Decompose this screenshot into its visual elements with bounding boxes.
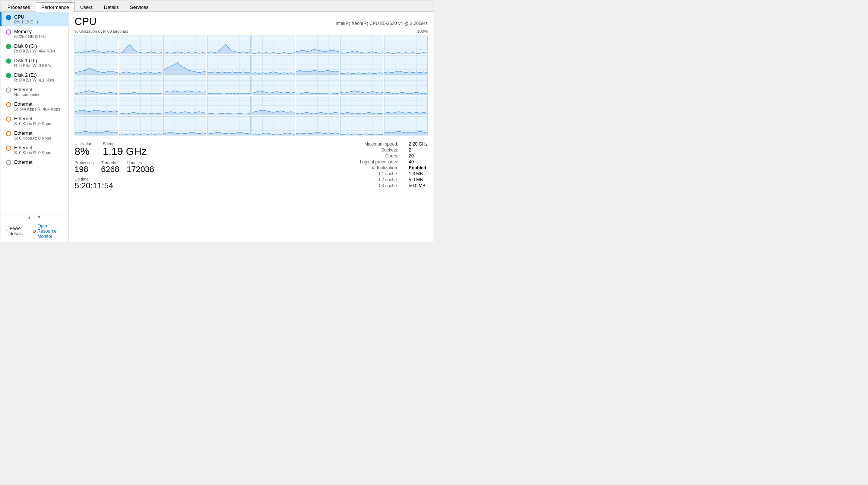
- threads-stat: Threads 6268: [101, 160, 119, 174]
- ethernet1-icon: [6, 102, 11, 107]
- cpu-chart-8: [75, 55, 118, 74]
- process-thread-handle-row: Processes 198 Threads 6268 Handles 17203…: [75, 160, 194, 174]
- tab-details[interactable]: Details: [98, 2, 124, 12]
- fewer-details-button[interactable]: ⌃ Fewer details: [5, 226, 23, 236]
- cpu-chart-14: [340, 55, 384, 74]
- sidebar-ethernet2-name: Ethernet: [14, 116, 51, 121]
- cpu-chart-31: [384, 96, 428, 115]
- cpu-chart-1: [119, 35, 162, 54]
- bottom-stats: Utilization 8% Speed 1.19 GHz Processes …: [75, 141, 428, 190]
- sidebar-ethernet0-sub: Not connected: [14, 92, 41, 97]
- cpu-chart-38: [340, 116, 384, 135]
- sidebar-memory-sub: 55/256 GB (21%): [14, 34, 46, 39]
- cpu-chart-18: [163, 76, 207, 95]
- detail-label: L3 cache:: [360, 183, 401, 188]
- cpu-chart-7: [384, 35, 428, 54]
- cpu-chart-11: [207, 55, 251, 74]
- detail-value: 50.0 MB: [409, 183, 428, 188]
- cpu-chart-0: [75, 35, 118, 54]
- sidebar-ethernet3-name: Ethernet: [14, 130, 51, 136]
- tab-bar: Processes Performance Users Details Serv…: [0, 0, 434, 12]
- cpu-chart-9: [119, 55, 162, 74]
- handles-stat-label: Handles: [127, 160, 154, 165]
- detail-label: L1 cache:: [360, 171, 401, 176]
- sidebar-item-ethernet0[interactable]: Ethernet Not connected: [0, 84, 68, 99]
- tab-services[interactable]: Services: [124, 2, 154, 12]
- cpu-chart-16: [75, 76, 118, 95]
- ethernet2-icon: [6, 117, 11, 122]
- sidebar-item-ethernet4[interactable]: Ethernet S: 0 Kbps R: 0 Kbps: [0, 143, 68, 157]
- utilization-stat: Utilization 8%: [75, 141, 92, 157]
- utilization-label: % Utilization over 60 seconds: [75, 29, 128, 33]
- detail-value: 40: [409, 159, 428, 165]
- open-resource-monitor-button[interactable]: ⊘ Open Resource Monitor: [32, 223, 64, 239]
- detail-value: 2: [409, 147, 428, 153]
- tab-performance[interactable]: Performance: [36, 2, 75, 12]
- sidebar-item-ethernet5[interactable]: Ethernet: [0, 157, 68, 167]
- cpu-chart-29: [296, 96, 339, 115]
- sidebar-ethernet2-sub: S: 0 Kbps R: 0 Kbps: [14, 121, 51, 126]
- task-manager-window: Processes Performance Users Details Serv…: [0, 0, 434, 242]
- uptime-stat-value: 5:20:11:54: [75, 181, 194, 190]
- cpu-chart-19: [207, 76, 251, 95]
- main-cpu-panel: CPU Intel(R) Xeon(R) CPU E5-2630 v4 @ 2.…: [69, 12, 434, 242]
- sidebar-disk0-name: Disk 0 (C:): [14, 43, 55, 49]
- sidebar-cpu-name: CPU: [14, 14, 38, 20]
- cpu-chart-22: [340, 76, 384, 95]
- sidebar-scroll[interactable]: CPU 8% 1.19 GHz Memory 55/256 GB (21%): [0, 12, 68, 214]
- sidebar-item-disk0[interactable]: Disk 0 (C:) R: 0 KB/s W: 464 KB/s: [0, 41, 68, 55]
- disk0-icon: [6, 44, 11, 49]
- handles-stat: Handles 172038: [127, 160, 154, 174]
- sidebar-item-ethernet1[interactable]: Ethernet S: 344 Kbps R: 464 Kbps: [0, 99, 68, 114]
- cpu-chart-20: [251, 76, 295, 95]
- handles-stat-value: 172038: [127, 165, 154, 174]
- sidebar-item-disk1[interactable]: Disk 1 (D:) R: 0 KB/s W: 0 KB/s: [0, 55, 68, 70]
- detail-label: Cores:: [360, 153, 401, 159]
- detail-value: 20: [409, 153, 428, 159]
- sidebar-ethernet4-sub: S: 0 Kbps R: 0 Kbps: [14, 150, 51, 155]
- utilization-stat-value: 8%: [75, 146, 92, 157]
- cpu-chart-30: [340, 96, 384, 115]
- ethernet0-icon: [6, 87, 11, 93]
- sidebar-cpu-sub: 8% 1.19 GHz: [14, 20, 38, 24]
- sidebar-item-ethernet2[interactable]: Ethernet S: 0 Kbps R: 0 Kbps: [0, 114, 68, 128]
- sidebar-ethernet5-name: Ethernet: [14, 159, 32, 165]
- tab-users[interactable]: Users: [75, 2, 98, 12]
- detail-label: Virtualization:: [360, 165, 401, 170]
- cpu-chart-6: [340, 35, 384, 54]
- sidebar-item-ethernet3[interactable]: Ethernet S: 0 Kbps R: 0 Kbps: [0, 128, 68, 143]
- speed-stat: Speed 1.19 GHz: [103, 141, 147, 157]
- cpu-chart-35: [207, 116, 251, 135]
- memory-icon: [6, 29, 11, 35]
- speed-stat-value: 1.19 GHz: [103, 146, 147, 157]
- detail-value: 5.0 MB: [409, 177, 428, 182]
- processes-stat-value: 198: [75, 165, 94, 174]
- resource-monitor-icon: ⊘: [32, 229, 36, 234]
- sidebar-item-disk2[interactable]: Disk 2 (E:) R: 0 KB/s W: 4.1 KB/s: [0, 70, 68, 84]
- cpu-chart-3: [207, 35, 251, 54]
- cpu-chart-10: [163, 55, 207, 74]
- sidebar-item-memory[interactable]: Memory 55/256 GB (21%): [0, 26, 68, 41]
- cpu-title: CPU: [75, 16, 96, 28]
- cpu-icon: [6, 15, 11, 20]
- sidebar-disk2-name: Disk 2 (E:): [14, 72, 54, 78]
- sidebar-footer: ⌃ Fewer details | ⊘ Open Resource Monito…: [0, 220, 68, 242]
- tab-processes[interactable]: Processes: [2, 2, 36, 12]
- ethernet5-icon: [6, 160, 11, 165]
- detail-label: L2 cache:: [360, 177, 401, 182]
- cpu-chart-25: [119, 96, 162, 115]
- sidebar-disk1-sub: R: 0 KB/s W: 0 KB/s: [14, 63, 51, 68]
- cpu-chart-33: [119, 116, 162, 135]
- open-resource-monitor-label: Open Resource Monitor: [38, 223, 64, 239]
- cpu-chart-27: [207, 96, 251, 115]
- fewer-details-label: Fewer details: [10, 226, 23, 236]
- sidebar-item-cpu[interactable]: CPU 8% 1.19 GHz: [0, 12, 68, 26]
- detail-label: Maximum speed:: [360, 141, 401, 147]
- util-speed-row: Utilization 8% Speed 1.19 GHz: [75, 141, 194, 157]
- scroll-up-btn[interactable]: ▲: [28, 215, 31, 219]
- scroll-down-btn[interactable]: ▼: [37, 215, 41, 219]
- cpu-chart-34: [163, 116, 207, 135]
- ethernet3-icon: [6, 131, 11, 136]
- cpu-chart-4: [251, 35, 295, 54]
- left-stats: Utilization 8% Speed 1.19 GHz Processes …: [75, 141, 194, 190]
